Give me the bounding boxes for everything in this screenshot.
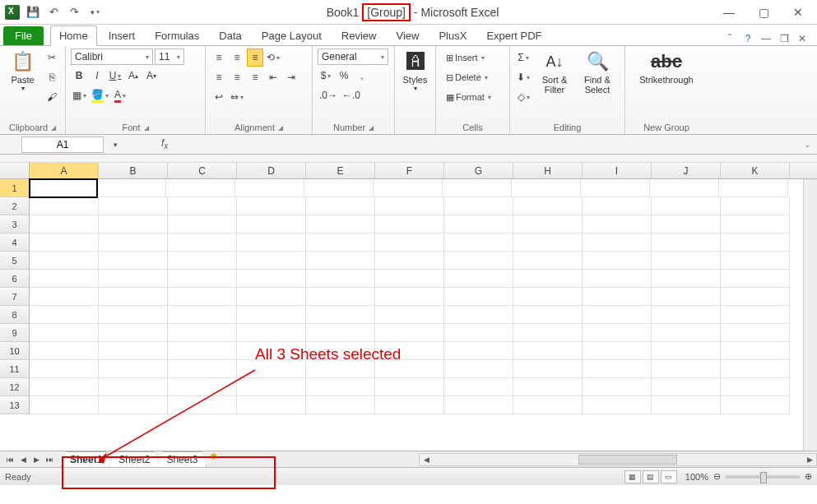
cell[interactable] <box>99 215 168 234</box>
cell[interactable] <box>99 288 168 306</box>
col-header[interactable]: F <box>375 163 444 178</box>
sheet-nav-next-icon[interactable]: ▶ <box>30 455 43 464</box>
alignment-launcher-icon[interactable]: ◢ <box>278 124 283 132</box>
row-header[interactable]: 13 <box>0 396 30 414</box>
file-tab[interactable]: File <box>3 26 44 45</box>
zoom-level[interactable]: 100% <box>685 472 708 482</box>
cell[interactable] <box>375 288 444 306</box>
font-color-button[interactable]: A <box>112 86 128 104</box>
col-header[interactable]: K <box>721 163 790 178</box>
cell[interactable] <box>166 179 235 197</box>
cell[interactable] <box>168 252 237 270</box>
cut-button[interactable]: ✂ <box>44 49 60 67</box>
cell[interactable] <box>513 252 583 270</box>
col-header[interactable]: H <box>513 163 583 178</box>
cell[interactable] <box>583 378 652 396</box>
cell[interactable] <box>304 179 374 197</box>
new-sheet-icon[interactable]: ✱ <box>205 451 221 467</box>
cell[interactable] <box>306 396 375 414</box>
cell[interactable] <box>237 396 306 414</box>
cell[interactable] <box>30 270 99 288</box>
tab-insert[interactable]: Insert <box>100 26 144 45</box>
cell[interactable] <box>444 252 513 270</box>
normal-view-button[interactable]: ▦ <box>624 470 641 483</box>
cell[interactable] <box>168 324 237 342</box>
cell[interactable] <box>444 324 513 342</box>
cell[interactable] <box>99 252 168 270</box>
wrap-text-button[interactable]: ↩ <box>211 88 227 106</box>
col-header[interactable]: D <box>237 163 306 178</box>
row-header[interactable]: 8 <box>0 306 30 324</box>
row-header[interactable]: 12 <box>0 378 30 396</box>
cell[interactable] <box>237 288 306 306</box>
col-header[interactable]: C <box>168 163 237 178</box>
cell[interactable] <box>652 252 721 270</box>
cell[interactable] <box>306 306 375 324</box>
increase-font-button[interactable]: A▴ <box>125 67 142 85</box>
cell[interactable] <box>237 270 306 288</box>
number-format-combo[interactable]: General▾ <box>318 49 388 65</box>
row-header[interactable]: 7 <box>0 288 30 306</box>
col-header[interactable]: E <box>306 163 375 178</box>
cell[interactable] <box>375 270 444 288</box>
paste-button[interactable]: 📋 Paste ▾ <box>5 49 40 92</box>
hscroll-left-icon[interactable]: ◀ <box>420 455 433 464</box>
cell[interactable] <box>652 197 721 215</box>
minimize-button[interactable]: — <box>722 5 736 20</box>
cell[interactable] <box>168 197 237 215</box>
col-header[interactable]: J <box>652 163 721 178</box>
cell[interactable] <box>652 342 721 360</box>
cell[interactable] <box>444 342 513 360</box>
excel-icon[interactable] <box>3 3 21 21</box>
cell[interactable] <box>721 396 790 414</box>
font-launcher-icon[interactable]: ◢ <box>144 124 149 132</box>
cell[interactable] <box>444 360 513 378</box>
cell[interactable] <box>583 270 652 288</box>
align-left-button[interactable]: ≡ <box>211 68 227 86</box>
cell[interactable] <box>30 306 99 324</box>
horizontal-scrollbar[interactable]: ◀ ▶ <box>419 453 817 466</box>
ribbon-minimize-icon[interactable]: ˆ <box>723 32 736 45</box>
col-header[interactable]: I <box>583 163 652 178</box>
cell[interactable] <box>30 288 99 306</box>
cell[interactable] <box>375 378 444 396</box>
save-icon[interactable]: 💾 <box>24 3 42 21</box>
styles-button[interactable]: 🅰 Styles ▾ <box>400 49 430 92</box>
cell[interactable] <box>444 234 513 252</box>
decrease-font-button[interactable]: A▾ <box>143 67 160 85</box>
cell[interactable] <box>513 234 583 252</box>
vertical-scrollbar[interactable] <box>803 179 817 451</box>
cell[interactable] <box>168 360 237 378</box>
cell[interactable] <box>375 252 444 270</box>
copy-button[interactable]: ⎘ <box>44 68 60 86</box>
clipboard-launcher-icon[interactable]: ◢ <box>51 124 56 132</box>
autosum-button[interactable]: Σ <box>515 49 532 67</box>
cell[interactable] <box>168 288 237 306</box>
cell[interactable] <box>237 197 306 215</box>
help-icon[interactable]: ? <box>741 32 754 45</box>
cell[interactable] <box>99 342 168 360</box>
cell[interactable] <box>306 288 375 306</box>
cell[interactable] <box>513 270 583 288</box>
sheet-nav-prev-icon[interactable]: ◀ <box>16 455 30 464</box>
cell[interactable] <box>168 270 237 288</box>
decrease-decimal-button[interactable]: ←.0 <box>341 86 362 104</box>
cell[interactable] <box>721 215 790 234</box>
merge-center-button[interactable]: ⇔ <box>229 88 245 106</box>
cell[interactable] <box>721 270 790 288</box>
cell[interactable] <box>375 324 444 342</box>
cell[interactable] <box>29 178 98 198</box>
cell[interactable] <box>513 197 583 215</box>
page-layout-view-button[interactable]: ▤ <box>643 470 659 483</box>
find-select-button[interactable]: 🔍 Find & Select <box>578 49 617 95</box>
cell[interactable] <box>99 270 168 288</box>
tab-review[interactable]: Review <box>333 26 385 45</box>
cell[interactable] <box>30 215 99 234</box>
number-launcher-icon[interactable]: ◢ <box>369 124 374 132</box>
cell[interactable] <box>652 306 721 324</box>
cell[interactable] <box>30 396 99 414</box>
cell[interactable] <box>30 360 99 378</box>
cell[interactable] <box>652 396 721 414</box>
cell[interactable] <box>650 179 719 197</box>
tab-view[interactable]: View <box>388 26 427 45</box>
